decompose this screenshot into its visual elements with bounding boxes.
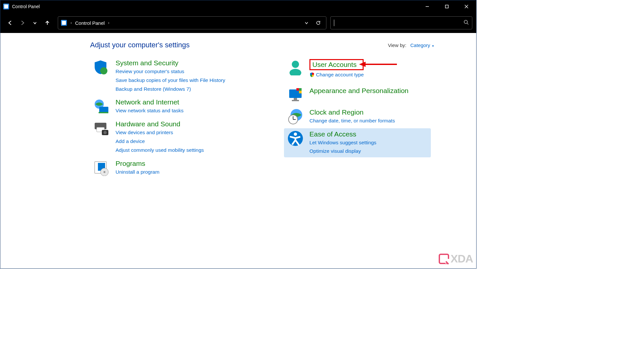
content-area: Adjust your computer's settings View by:… — [0, 33, 476, 268]
uac-shield-icon — [309, 72, 315, 77]
category-link[interactable]: Review your computer's status — [116, 68, 225, 76]
category-title[interactable]: Programs — [116, 160, 159, 167]
svg-point-19 — [290, 69, 301, 75]
address-icon — [61, 20, 67, 26]
svg-rect-28 — [299, 91, 302, 93]
category-title[interactable]: System and Security — [116, 59, 225, 67]
view-by-dropdown[interactable]: Category ▾ — [410, 42, 434, 48]
category-title[interactable]: Network and Internet — [116, 98, 183, 106]
category-user-accounts[interactable]: User Accounts Change account type — [284, 57, 431, 81]
svg-point-6 — [100, 67, 107, 74]
category-title[interactable]: User Accounts — [312, 61, 356, 68]
categories-right-column: User Accounts Change account type — [284, 57, 431, 178]
titlebar: Control Panel — [0, 0, 476, 13]
categories-left-column: System and Security Review your computer… — [90, 57, 228, 178]
category-link[interactable]: Uninstall a program — [116, 168, 159, 176]
category-link[interactable]: Backup and Restore (Windows 7) — [116, 85, 225, 93]
svg-point-13 — [103, 131, 107, 134]
address-location[interactable]: Control Panel — [75, 20, 105, 26]
svg-rect-9 — [99, 112, 108, 113]
category-link[interactable]: Let Windows suggest settings — [309, 139, 376, 147]
category-link[interactable]: Add a device — [116, 137, 204, 146]
view-by-value: Category — [410, 42, 430, 48]
user-icon — [287, 59, 304, 75]
navbar: › Control Panel › — [0, 13, 476, 33]
annotation-highlight-box: User Accounts — [309, 59, 364, 70]
up-button[interactable] — [41, 17, 53, 29]
search-icon[interactable] — [463, 20, 469, 26]
view-by-control: View by: Category ▾ — [388, 42, 434, 48]
back-button[interactable] — [4, 17, 16, 29]
annotation-arrow — [358, 61, 398, 68]
svg-point-35 — [294, 133, 297, 136]
category-title[interactable]: Hardware and Sound — [116, 120, 204, 128]
content-header: Adjust your computer's settings View by:… — [0, 41, 476, 49]
category-link[interactable]: Optimize visual display — [309, 147, 376, 155]
address-bar[interactable]: › Control Panel › — [58, 16, 326, 29]
category-link[interactable]: Change account type — [309, 71, 364, 79]
svg-rect-26 — [299, 88, 302, 91]
category-link-text: Change account type — [316, 71, 364, 79]
svg-point-4 — [464, 20, 467, 24]
category-programs[interactable]: Programs Uninstall a program — [90, 158, 228, 178]
shield-icon — [93, 59, 110, 75]
category-appearance-personalization[interactable]: Appearance and Personalization — [284, 85, 431, 105]
category-title[interactable]: Appearance and Personalization — [309, 87, 409, 95]
category-title[interactable]: Clock and Region — [309, 108, 395, 116]
accessibility-icon — [287, 130, 304, 147]
category-ease-of-access[interactable]: Ease of Access Let Windows suggest setti… — [284, 128, 431, 158]
search-box[interactable] — [330, 16, 472, 29]
minimize-button[interactable] — [417, 0, 437, 13]
svg-rect-27 — [296, 91, 299, 93]
svg-point-18 — [292, 61, 299, 68]
chevron-right-icon[interactable]: › — [69, 21, 74, 25]
svg-rect-1 — [446, 5, 448, 8]
category-link[interactable]: Change date, time, or number formats — [309, 117, 395, 125]
categories-grid: System and Security Review your computer… — [0, 57, 476, 178]
watermark-text: XDA — [450, 252, 473, 265]
close-button[interactable] — [457, 0, 476, 13]
category-link[interactable]: View network status and tasks — [116, 107, 183, 115]
maximize-button[interactable] — [437, 0, 457, 13]
category-hardware-sound[interactable]: Hardware and Sound View devices and prin… — [90, 118, 228, 156]
control-panel-icon — [3, 3, 9, 10]
monitor-personalization-icon — [287, 87, 304, 103]
category-link[interactable]: View devices and printers — [116, 129, 204, 137]
svg-rect-25 — [296, 88, 299, 91]
address-dropdown-button[interactable] — [301, 18, 312, 28]
svg-rect-8 — [99, 107, 108, 113]
clock-globe-icon: L — [287, 108, 304, 125]
category-link[interactable]: Adjust commonly used mobility settings — [116, 146, 204, 154]
globe-network-icon — [93, 98, 110, 115]
category-network-internet[interactable]: Network and Internet View network status… — [90, 96, 228, 117]
category-link[interactable]: Save backup copies of your files with Fi… — [116, 76, 225, 85]
svg-point-17 — [103, 171, 105, 173]
category-clock-region[interactable]: L Clock and Region Change date, time, or… — [284, 106, 431, 127]
refresh-button[interactable] — [313, 18, 323, 28]
printer-camera-icon — [93, 120, 110, 136]
category-system-security[interactable]: System and Security Review your computer… — [90, 57, 228, 95]
watermark-logo-icon — [438, 253, 450, 265]
view-by-label: View by: — [388, 42, 406, 48]
programs-disc-icon — [93, 160, 110, 176]
category-title[interactable]: Ease of Access — [309, 130, 376, 138]
page-title: Adjust your computer's settings — [90, 41, 190, 49]
chevron-right-icon[interactable]: › — [106, 21, 111, 25]
svg-marker-21 — [359, 62, 366, 67]
forward-button[interactable] — [17, 17, 28, 29]
window-title: Control Panel — [12, 4, 40, 9]
svg-rect-24 — [292, 100, 299, 101]
svg-line-5 — [467, 23, 468, 24]
recent-locations-button[interactable] — [29, 17, 41, 29]
caret-down-icon: ▾ — [432, 44, 434, 48]
search-input[interactable] — [334, 20, 463, 26]
watermark: XDA — [438, 252, 473, 265]
svg-rect-23 — [294, 98, 297, 100]
